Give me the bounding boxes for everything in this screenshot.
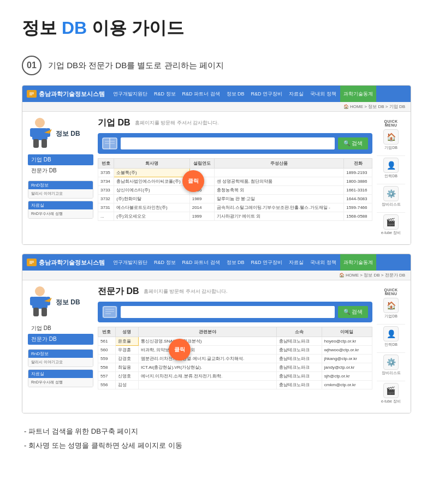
nav-bar-1: 충남과학기술정보시스템 연구개발지원단 R&D 정보 R&D 파트너 검색 정보… [22, 86, 411, 102]
db-header-1: 기업 DB 홈페이지를 방문해 주셔서 감사합니다. [98, 117, 372, 129]
db-header-2: 전문가 DB 홈페이지를 방문해 주셔서 감사합니다. [98, 286, 372, 297]
db-desc-1: 홈페이지를 방문해 주셔서 감사합니다. [135, 119, 219, 127]
table-row: 3734 충남회사법인에스아이씨코폴(주) 2006 센 성명공학제품, 첨단의… [98, 177, 372, 186]
table-row: 557 신영호 에너지.이차전지.소재.분류.전자전기.화학. 충남테크노파크 … [98, 372, 372, 381]
main-content-1: 기업 DB 홈페이지를 방문해 주셔서 감사합니다. 🔍 검색 번호 회 [98, 117, 372, 239]
content-area-1: 정보 DB 기업 DB 전문가 DB RnD정보 알리시 이야기고요 자료실 R… [22, 112, 411, 244]
footer-notes: - 파트너 검색을 위한 DB구축 페이지 - 회사명 또는 성명을 클릭하면 … [22, 424, 411, 453]
quick-menu2-inryuk[interactable]: 👤 인력DB [383, 326, 399, 347]
qm-divider-2 [377, 184, 405, 184]
search-input-2[interactable] [121, 306, 335, 318]
nav-item-5[interactable]: R&D 연구장비 [248, 91, 286, 98]
nav-item-2[interactable]: R&D 정보 [151, 91, 179, 98]
col-num-1: 번호 [98, 159, 114, 169]
quick-menu-kiup[interactable]: 🏠 기업DB [383, 129, 399, 151]
section-01-label: 01 기업 DB와 전문가 DB를 별도로 관리하는 페이지 [22, 56, 411, 75]
quick-menu2-kiup-label: 기업DB [384, 314, 398, 319]
person-icon: 👤 [383, 158, 399, 173]
section-number: 01 [22, 56, 41, 75]
highlighted-company[interactable]: 소블툭(주) [114, 169, 189, 177]
nav2-item-8[interactable]: 과학기술동계 [340, 254, 376, 271]
nav-item-4[interactable]: 정보 DB [224, 91, 247, 98]
main-content-2: 전문가 DB 홈페이지를 방문해 주셔서 감사합니다. 🔍 검색 번호 [98, 286, 372, 407]
qm2-divider-1 [377, 324, 405, 325]
svg-point-21 [35, 286, 45, 296]
nav2-item-1[interactable]: 연구개발지원단 [110, 259, 150, 266]
quick-menu2-kiup[interactable]: 🏠 기업DB [383, 298, 399, 319]
logo-icon-2 [27, 259, 37, 266]
quick-menu-jangbi-label: 장비리스트 [382, 202, 401, 207]
nav2-item-4[interactable]: 정보 DB [224, 259, 247, 266]
sidebar2-item-kiup[interactable]: 기업 DB [28, 323, 93, 334]
svg-rect-25 [33, 308, 39, 316]
nav-item-6[interactable]: 자료실 [286, 91, 306, 98]
table-row: 560 우경훈 바과학, 의약보학, 경보학 외 충남테크노파크 wjhwoo@… [98, 346, 372, 355]
nav-logo-1: 충남과학기술정보시스템 [27, 90, 105, 98]
sidebar-title-1: 정보 DB [28, 117, 93, 150]
page-title: 정보 DB 이용 가이드 [22, 16, 411, 40]
nav-item-1[interactable]: 연구개발지원단 [110, 91, 150, 98]
quick-menu-etube[interactable]: 🎬 e-tube 장비 [381, 214, 401, 236]
svg-rect-9 [41, 139, 47, 148]
nav2-item-3[interactable]: R&D 파트너 검색 [180, 259, 223, 266]
quick-menu-inryuk[interactable]: 👤 인력DB [383, 158, 399, 179]
highlighted-expert[interactable]: 윤호율 [115, 337, 138, 346]
section-description: 기업 DB와 전문가 DB를 별도로 관리하는 페이지 [48, 61, 224, 71]
quick-menu-jangbi[interactable]: ⚙️ 장비리스트 [382, 186, 401, 207]
col-num-2: 번호 [98, 327, 116, 337]
data-table-1: 번호 회사명 설립연도 주성산품 전화 3735 소블툭(주) [98, 158, 372, 221]
col-field-2: 관련분야 [138, 327, 276, 337]
quick-menu-inryuk-label: 인력DB [384, 173, 398, 179]
col-name-1: 회사명 [114, 159, 189, 169]
table-container-2: 번호 성명 관련분야 소속 이메일 561 윤호율 통신신경영.SNAI네트워크… [98, 327, 372, 389]
col-product-1: 주성산품 [214, 159, 344, 169]
table-row: 3735 소블툭(주) 1899-2193 [98, 169, 372, 177]
svg-rect-8 [33, 139, 39, 148]
search-bar-1: 🔍 검색 [98, 133, 372, 154]
home-icon: 🏠 [383, 129, 399, 145]
table-container-1: 번호 회사명 설립연도 주성산품 전화 3735 소블툭(주) [98, 158, 372, 221]
search-input-1[interactable] [121, 137, 335, 149]
table-body-1: 3735 소블툭(주) 1899-2193 3734 충남회사법인에스아이씨코폴… [98, 169, 372, 221]
col-email-2: 이메일 [322, 327, 372, 337]
db-title-1: 기업 DB [98, 117, 131, 129]
quick-menu-title-2: QUICKMENU [384, 288, 398, 296]
nav-item-8[interactable]: 과학기술동계 [340, 86, 376, 102]
table-row: 556 김성 충남테크노파크 cmkm@ctp.or.kr [98, 381, 372, 389]
gear-icon: ⚙️ [383, 186, 399, 201]
sidebar-item-expert[interactable]: 전문가 DB [28, 165, 93, 176]
person-icon-2: 👤 [383, 326, 399, 341]
click-bubble-1: 클릭 [182, 170, 204, 192]
quick-menu-1: QUICKMENU 🏠 기업DB 👤 인력DB ⚙️ 장비리스트 🎬 e-tub… [377, 117, 405, 239]
screenshot-kiup-db: 충남과학기술정보시스템 연구개발지원단 R&D 정보 R&D 파트너 검색 정보… [22, 85, 411, 245]
sidebar-box-rnd: RnD정보 알리시 이야기고요 [28, 181, 93, 199]
sidebar2-item-expert[interactable]: 전문가 DB [28, 334, 93, 345]
quick-menu2-etube[interactable]: 🎬 e-tube 장비 [381, 383, 401, 404]
svg-rect-5 [32, 128, 48, 140]
quick-menu-title-1: QUICKMENU [384, 119, 398, 127]
table-row: 561 윤호율 통신신경영.SNAI네트워크분석) 충남테크노파크 hoyeo@… [98, 337, 372, 346]
breadcrumb-2: 🏠 HOME > 정보 DB > 전문가 DB [22, 271, 411, 280]
qm2-divider-3 [377, 381, 405, 381]
nav2-item-6[interactable]: 자료실 [286, 259, 306, 266]
search-button-1[interactable]: 🔍 검색 [338, 137, 368, 149]
table-row: ... (주)외오세오오 1999 기사하광기7 에이트 외 1568-0588 [98, 212, 372, 221]
nav2-item-2[interactable]: R&D 정보 [151, 259, 179, 266]
nav-item-3[interactable]: R&D 파트너 검색 [180, 91, 223, 98]
nav-logo-2: 충남과학기술정보시스템 [27, 259, 105, 267]
table-row: 559 강경호 엠분관리.이차전지.태양열.에너지.글교화기.수치해석. 충남테… [98, 355, 372, 363]
sidebar2-box-data: 자료실 RnD우수사례 성행 [28, 369, 93, 387]
search-button-2[interactable]: 🔍 검색 [338, 306, 368, 318]
sidebar-menu-1: 기업 DB 전문가 DB [28, 154, 93, 176]
footer-note-1: - 파트너 검색을 위한 DB구축 페이지 [22, 424, 411, 439]
col-year-1: 설립연도 [189, 159, 214, 169]
data-table-2: 번호 성명 관련분야 소속 이메일 561 윤호율 통신신경영.SNAI네트워크… [98, 327, 372, 389]
screenshot-expert-db: 충남과학기술정보시스템 연구개발지원단 R&D 정보 R&D 파트너 검색 정보… [22, 254, 411, 413]
nav2-item-5[interactable]: R&D 연구장비 [248, 259, 286, 266]
nav-item-7[interactable]: 국내외 정책 [307, 91, 339, 98]
nav-bar-2: 충남과학기술정보시스템 연구개발지원단 R&D 정보 R&D 파트너 검색 정보… [22, 254, 411, 271]
table-head-1: 번호 회사명 설립연도 주성산품 전화 [98, 159, 372, 169]
nav2-item-7[interactable]: 국내외 정책 [307, 259, 339, 266]
quick-menu2-jangbi[interactable]: ⚙️ 장비리스트 [382, 355, 401, 376]
sidebar-item-kiup[interactable]: 기업 DB [28, 154, 93, 165]
